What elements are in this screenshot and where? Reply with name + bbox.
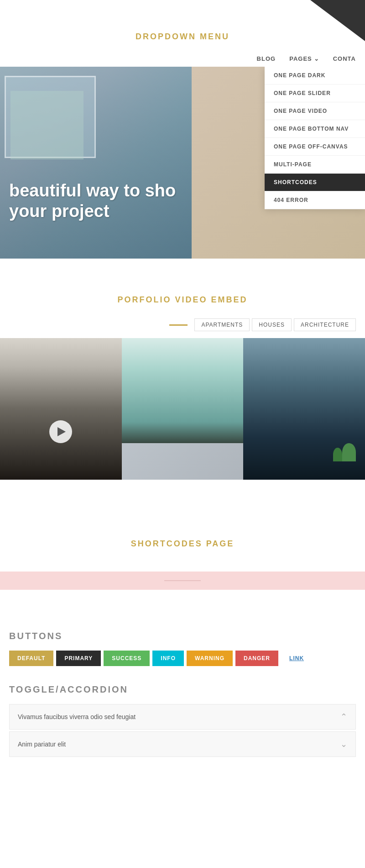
shortcodes-section-title: SHORTCODES PAGE (0, 525, 365, 558)
accordion-label: TOGGLE/ACCORDION (9, 684, 356, 695)
window-pane (10, 91, 83, 159)
portfolio-item-bathroom[interactable] (0, 338, 122, 480)
dropdown-item-multi-page[interactable]: MULTI-PAGE (265, 156, 365, 174)
btn-link[interactable]: LINK (281, 651, 312, 666)
btn-success[interactable]: SUCCESS (104, 651, 150, 666)
dropdown-item-one-page-video[interactable]: ONE PAGE VIDEO (265, 102, 365, 120)
filter-houses[interactable]: HOUSES (252, 318, 292, 331)
filter-apartments[interactable]: APARTMENTS (194, 318, 250, 331)
btn-info[interactable]: INFO (152, 651, 184, 666)
accordion-header-1[interactable]: Vivamus faucibus viverra odio sed feugia… (10, 704, 355, 729)
hero-background (0, 67, 192, 259)
dropdown-item-one-page-bottom-nav[interactable]: ONE PAGE BOTTOM NAV (265, 120, 365, 138)
dropdown-item-one-page-dark[interactable]: ONE PAGE DARK (265, 67, 365, 85)
dropdown-section: DROPDOWN MENU BLOG PAGES ⌄ CONTA beautif… (0, 0, 365, 259)
btn-danger[interactable]: DANGER (235, 651, 278, 666)
dropdown-item-404-error[interactable]: 404 ERROR (265, 191, 365, 209)
filter-architecture[interactable]: ARCHITECTURE (294, 318, 356, 331)
play-button[interactable] (49, 420, 72, 443)
pink-bar-inner (164, 580, 201, 581)
play-icon (57, 427, 66, 436)
buttons-row: DEFAULT PRIMARY SUCCESS INFO WARNING DAN… (9, 651, 356, 666)
shortcodes-section: SHORTCODES PAGE BUTTONS DEFAULT PRIMARY … (0, 507, 365, 757)
hero-text: beautiful way to sho your project (0, 180, 196, 222)
portfolio-item-kitchen-green[interactable] (122, 338, 244, 480)
dropdown-item-one-page-off-canvas[interactable]: ONE PAGE OFF-CANVAS (265, 138, 365, 156)
portfolio-item-kitchen-dark[interactable] (243, 338, 365, 480)
accordion-item-1: Vivamus faucibus viverra odio sed feugia… (9, 704, 356, 730)
portfolio-grid (0, 338, 365, 480)
nav-pages[interactable]: PAGES ⌄ (289, 55, 319, 62)
buttons-label: BUTTONS (9, 631, 356, 641)
hero-line1: beautiful way to sho (9, 181, 176, 200)
dropdown-item-shortcodes[interactable]: SHORTCODES (265, 174, 365, 191)
accordion-section: TOGGLE/ACCORDION Vivamus faucibus viverr… (0, 675, 365, 757)
pink-bar (0, 572, 365, 590)
shortcodes-header: SHORTCODES PAGE (0, 507, 365, 572)
filter-tabs: APARTMENTS HOUSES ARCHITECTURE (0, 314, 365, 338)
btn-warning[interactable]: WARNING (187, 651, 233, 666)
btn-primary[interactable]: PRIMARY (56, 651, 101, 666)
accordion-item-2: Anim pariatur elit ⌄ (9, 731, 356, 757)
chevron-down-icon: ⌄ (314, 55, 319, 62)
dropdown-item-one-page-slider[interactable]: ONE PAGE SLIDER (265, 85, 365, 102)
accordion-header-2[interactable]: Anim pariatur elit ⌄ (10, 732, 355, 757)
buttons-section: BUTTONS DEFAULT PRIMARY SUCCESS INFO WAR… (0, 617, 365, 675)
hero-line2: your project (9, 201, 110, 221)
chevron-icon-1: ⌃ (340, 712, 347, 722)
nav-contact[interactable]: CONTA (333, 55, 356, 62)
spacer (0, 590, 365, 617)
dropdown-menu: ONE PAGE DARK ONE PAGE SLIDER ONE PAGE V… (265, 67, 365, 209)
accordion-text-2: Anim pariatur elit (18, 741, 66, 748)
btn-default[interactable]: DEFAULT (9, 651, 53, 666)
dropdown-hero-wrapper: beautiful way to sho your project ONE PA… (0, 67, 365, 259)
nav-bar: BLOG PAGES ⌄ CONTA (0, 51, 365, 67)
accordion-text-1: Vivamus faucibus viverra odio sed feugia… (18, 713, 136, 720)
dropdown-section-title: DROPDOWN MENU (0, 18, 365, 51)
nav-blog[interactable]: BLOG (257, 55, 276, 62)
portfolio-img-bathroom (0, 338, 122, 480)
portfolio-section-title: PORFOLIO VIDEO EMBED (0, 281, 365, 314)
portfolio-section: PORFOLIO VIDEO EMBED APARTMENTS HOUSES A… (0, 259, 365, 480)
window-frame (5, 76, 96, 158)
filter-indicator (169, 324, 188, 326)
chevron-icon-2: ⌄ (340, 739, 347, 749)
